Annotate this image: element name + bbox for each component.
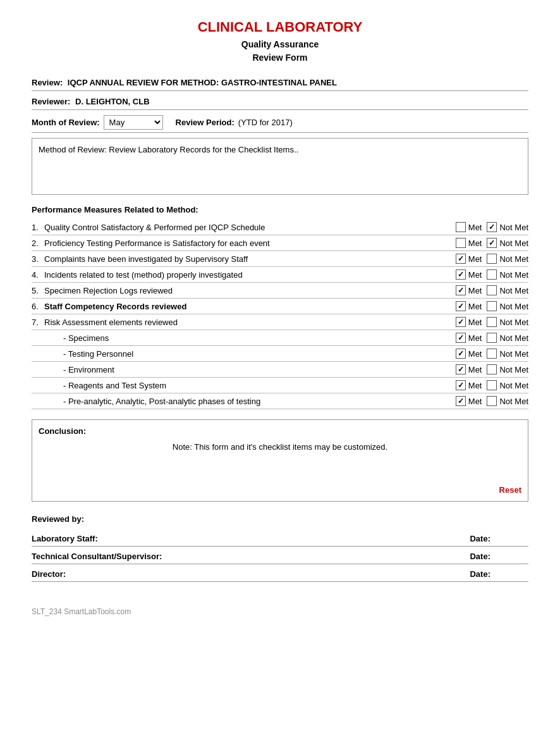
reset-button[interactable]: Reset: [499, 485, 521, 495]
met-checkbox[interactable]: [456, 238, 466, 248]
measure-row: 4.Incidents related to test (method) pro…: [32, 267, 528, 283]
met-checkbox[interactable]: [456, 317, 466, 327]
reviewed-by-label: Reviewed by:: [32, 514, 528, 524]
not-met-checkbox[interactable]: [487, 222, 497, 232]
measure-text: Proficiency Testing Performance is Satis…: [44, 238, 451, 248]
not-met-checkbox[interactable]: [487, 333, 497, 343]
signature-row: Director:Date:: [32, 569, 528, 582]
page-title: CLINICAL LABORATORY: [32, 19, 528, 35]
measure-text: Quality Control Satisfactory & Performed…: [44, 223, 451, 232]
measure-text: - Testing Personnel: [44, 349, 451, 359]
met-label: Met: [468, 302, 482, 311]
not-met-group: Not Met: [487, 364, 528, 374]
not-met-group: Not Met: [487, 396, 528, 406]
sig-label: Technical Consultant/Supervisor:: [32, 552, 209, 561]
not-met-checkbox[interactable]: [487, 349, 497, 359]
met-checkbox[interactable]: [456, 301, 466, 311]
not-met-label: Not Met: [499, 254, 528, 264]
measure-row: - Testing PersonnelMetNot Met: [32, 346, 528, 362]
met-checkbox[interactable]: [456, 396, 466, 406]
not-met-label: Not Met: [499, 365, 528, 374]
met-group: Met: [456, 285, 482, 295]
measure-row: 5.Specimen Rejection Logs reviewedMetNot…: [32, 283, 528, 299]
met-label: Met: [468, 238, 482, 248]
met-checkbox[interactable]: [456, 380, 466, 390]
not-met-label: Not Met: [499, 349, 528, 359]
not-met-checkbox[interactable]: [487, 380, 497, 390]
met-group: Met: [456, 333, 482, 343]
met-checkbox[interactable]: [456, 222, 466, 232]
not-met-checkbox[interactable]: [487, 254, 497, 264]
met-label: Met: [468, 254, 482, 264]
measure-num: 7.: [32, 318, 44, 327]
measure-row: - SpecimensMetNot Met: [32, 330, 528, 346]
measure-num: 3.: [32, 254, 44, 264]
footer: SLT_234 SmartLabTools.com: [32, 607, 528, 616]
met-label: Met: [468, 223, 482, 232]
not-met-group: Not Met: [487, 254, 528, 264]
month-period-row: Month of Review: May January February Ma…: [32, 113, 528, 133]
met-group: Met: [456, 238, 482, 248]
not-met-group: Not Met: [487, 269, 528, 280]
not-met-label: Not Met: [499, 397, 528, 406]
not-met-label: Not Met: [499, 381, 528, 390]
signature-row: Technical Consultant/Supervisor:Date:: [32, 552, 528, 564]
conclusion-box: Conclusion: Note: This form and it's che…: [32, 419, 528, 502]
met-checkbox[interactable]: [456, 269, 466, 280]
measure-num: 5.: [32, 286, 44, 295]
measure-text: - Pre-analytic, Analytic, Post-analytic …: [44, 397, 451, 406]
conclusion-note: Note: This form and it's checklist items…: [39, 442, 521, 452]
sig-label: Director:: [32, 569, 209, 579]
period-value: (YTD for 2017): [238, 118, 293, 127]
met-group: Met: [456, 254, 482, 264]
not-met-group: Not Met: [487, 333, 528, 343]
not-met-group: Not Met: [487, 238, 528, 248]
subtitle: Quality Assurance Review Form: [32, 38, 528, 65]
met-label: Met: [468, 318, 482, 327]
met-checkbox[interactable]: [456, 349, 466, 359]
month-label: Month of Review:: [32, 118, 100, 127]
measure-num: 6.: [32, 302, 44, 311]
met-label: Met: [468, 365, 482, 374]
month-select[interactable]: May January February March April June Ju…: [104, 115, 163, 130]
measure-row: 7.Risk Assessment elements reviewedMetNo…: [32, 314, 528, 330]
not-met-checkbox[interactable]: [487, 301, 497, 311]
not-met-label: Not Met: [499, 223, 528, 232]
not-met-group: Not Met: [487, 285, 528, 295]
met-group: Met: [456, 222, 482, 232]
not-met-label: Not Met: [499, 238, 528, 248]
met-checkbox[interactable]: [456, 285, 466, 295]
measure-text: Risk Assessment elements reviewed: [44, 318, 451, 327]
measure-num: 2.: [32, 238, 44, 248]
met-label: Met: [468, 381, 482, 390]
met-group: Met: [456, 380, 482, 390]
met-checkbox[interactable]: [456, 364, 466, 374]
met-group: Met: [456, 301, 482, 311]
met-checkbox[interactable]: [456, 333, 466, 343]
measure-row: - EnvironmentMetNot Met: [32, 362, 528, 378]
period-label: Review Period:: [176, 118, 234, 127]
measure-row: 1.Quality Control Satisfactory & Perform…: [32, 219, 528, 235]
met-label: Met: [468, 349, 482, 359]
measure-row: 3.Complaints have been investigated by S…: [32, 251, 528, 267]
date-section: Date:: [470, 534, 528, 543]
perf-measures-title: Performance Measures Related to Method:: [32, 205, 528, 214]
not-met-label: Not Met: [499, 286, 528, 295]
not-met-label: Not Met: [499, 318, 528, 327]
measure-text: - Environment: [44, 365, 451, 374]
not-met-checkbox[interactable]: [487, 396, 497, 406]
measure-row: 6.Staff Competency Records reviewedMetNo…: [32, 299, 528, 314]
met-checkbox[interactable]: [456, 254, 466, 264]
not-met-checkbox[interactable]: [487, 238, 497, 248]
not-met-checkbox[interactable]: [487, 364, 497, 374]
not-met-label: Not Met: [499, 333, 528, 343]
not-met-group: Not Met: [487, 222, 528, 232]
measure-num: 4.: [32, 270, 44, 280]
method-box: Method of Review: Review Laboratory Reco…: [32, 138, 528, 195]
met-label: Met: [468, 397, 482, 406]
not-met-checkbox[interactable]: [487, 269, 497, 280]
not-met-checkbox[interactable]: [487, 285, 497, 295]
not-met-checkbox[interactable]: [487, 317, 497, 327]
not-met-label: Not Met: [499, 270, 528, 280]
signatures-section: Laboratory Staff:Date:Technical Consulta…: [32, 534, 528, 582]
